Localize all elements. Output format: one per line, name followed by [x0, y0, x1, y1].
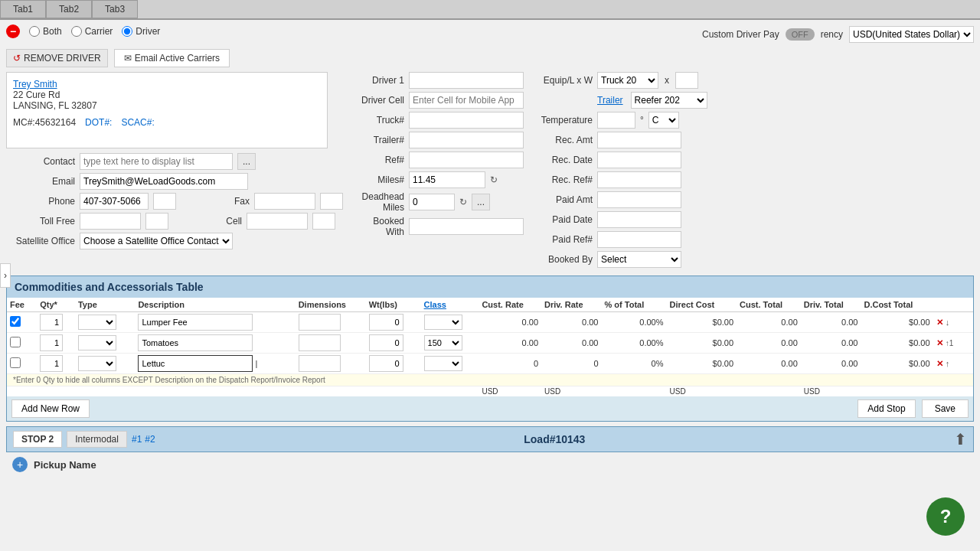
- contact-label: Contact: [6, 156, 75, 167]
- phone-input[interactable]: [80, 193, 149, 210]
- paid-ref-input[interactable]: [597, 231, 681, 248]
- rec-ref-input[interactable]: [597, 171, 681, 188]
- row1-type-select[interactable]: [78, 315, 116, 330]
- row2-qty-input[interactable]: [40, 334, 63, 351]
- add-new-row-button[interactable]: Add New Row: [11, 399, 90, 418]
- temp-unit-select[interactable]: C F: [648, 112, 679, 129]
- temp-input[interactable]: [597, 112, 635, 129]
- equip-width-input[interactable]: [675, 72, 698, 89]
- up-arrow-icon[interactable]: ⬆: [954, 430, 967, 448]
- trailer-select[interactable]: Reefer 202: [631, 92, 707, 109]
- sidebar-toggle[interactable]: ›: [0, 263, 11, 288]
- row2-up-arrow-icon[interactable]: ↑1: [946, 339, 954, 347]
- booked-by-label: Booked By: [531, 254, 593, 265]
- stop-2-tab[interactable]: STOP 2: [13, 431, 62, 448]
- satellite-select[interactable]: Choose a Satellite Office Contact: [80, 233, 233, 249]
- row2-fee-checkbox[interactable]: [10, 337, 21, 347]
- col-cust-rate: Cust. Rate: [479, 298, 541, 312]
- toggle-off[interactable]: OFF: [786, 28, 815, 41]
- deadhead-input[interactable]: [409, 194, 455, 210]
- driver-scac-link[interactable]: SCAC#:: [121, 117, 154, 128]
- contact-input[interactable]: [80, 153, 233, 170]
- trailer-label: Trailer#: [335, 135, 404, 145]
- driv-total-currency: USD: [801, 386, 861, 397]
- stop-link-1[interactable]: #1: [132, 434, 142, 445]
- driver-cell-input[interactable]: [409, 92, 524, 109]
- row2-type-select[interactable]: [78, 335, 116, 350]
- col-type: Type: [75, 298, 135, 312]
- cell-ext-input[interactable]: [312, 213, 335, 230]
- rec-date-input[interactable]: [597, 152, 681, 168]
- row2-desc-input[interactable]: [138, 334, 253, 351]
- equip-select[interactable]: Truck 20: [597, 72, 658, 89]
- fax-input[interactable]: [254, 193, 315, 210]
- add-stop-button[interactable]: Add Stop: [858, 399, 915, 418]
- row3-desc-input[interactable]: [138, 355, 253, 372]
- ref-label: Ref#: [335, 155, 404, 165]
- driver1-input[interactable]: [409, 72, 524, 89]
- row2-wt-input[interactable]: [369, 334, 403, 351]
- row1-wt-input[interactable]: [369, 314, 403, 331]
- truck-input[interactable]: [409, 112, 524, 129]
- row3-qty-input[interactable]: [40, 355, 63, 372]
- row1-desc-input[interactable]: [138, 314, 253, 331]
- plus-circle-icon[interactable]: +: [12, 457, 28, 472]
- row1-fee-checkbox[interactable]: [10, 316, 21, 327]
- tab-2[interactable]: Tab2: [46, 0, 92, 18]
- row2-dim-input[interactable]: [299, 334, 341, 351]
- booked-with-input[interactable]: [409, 218, 524, 235]
- remove-driver-button[interactable]: ↺ REMOVE DRIVER: [6, 49, 108, 67]
- tollfree-ext-input[interactable]: [145, 213, 168, 230]
- driver-dot-link[interactable]: DOT#:: [85, 117, 112, 128]
- row1-dim-input[interactable]: [299, 314, 341, 331]
- booked-by-select[interactable]: Select: [597, 251, 681, 268]
- row3-class-select[interactable]: [424, 356, 462, 371]
- currency-select[interactable]: USD(United States Dollar): [849, 26, 974, 43]
- stop-link-2[interactable]: #2: [145, 434, 155, 445]
- miles-refresh-icon[interactable]: ↻: [490, 174, 498, 185]
- email-active-carriers-button[interactable]: ✉ Email Active Carriers: [114, 49, 230, 67]
- row2-class-select[interactable]: 150: [424, 335, 462, 350]
- row3-up-arrow-icon[interactable]: ↑: [946, 359, 950, 368]
- paid-date-input[interactable]: [597, 211, 681, 228]
- trailer-number-input[interactable]: [409, 132, 524, 148]
- row1-qty-input[interactable]: [40, 314, 63, 331]
- col-class[interactable]: Class: [421, 298, 479, 312]
- row3-pct: 0%: [605, 359, 664, 368]
- intermodal-tab[interactable]: Intermodal: [67, 431, 127, 448]
- row1-down-arrow-icon[interactable]: ↓: [946, 318, 950, 327]
- tab-1[interactable]: Tab1: [0, 0, 46, 18]
- cell-input[interactable]: [247, 213, 308, 230]
- tollfree-input[interactable]: [80, 213, 141, 230]
- deadhead-refresh-icon[interactable]: ↻: [459, 197, 467, 207]
- paid-amt-input[interactable]: [597, 191, 681, 208]
- deadhead-ellipsis-button[interactable]: ...: [472, 194, 490, 210]
- row3-dim-input[interactable]: [299, 355, 341, 372]
- driver-mc: MC#:45632164: [13, 117, 76, 128]
- equip-label: Equip/L x W: [531, 75, 593, 86]
- table-row: | 0 0 0% $0.00 0.00 0.00 $0.00: [7, 354, 973, 374]
- row1-class-select[interactable]: [424, 315, 462, 330]
- rec-amt-input[interactable]: [597, 132, 681, 148]
- truck-label: Truck#: [335, 115, 404, 126]
- row3-delete-icon[interactable]: ✕: [936, 359, 943, 368]
- row2-delete-icon[interactable]: ✕: [936, 338, 943, 347]
- col-dim: Dimensions: [296, 298, 366, 312]
- radio-carrier[interactable]: Carrier: [71, 26, 113, 37]
- phone-ext-input[interactable]: [153, 193, 176, 210]
- save-button[interactable]: Save: [922, 399, 969, 418]
- row3-type-select[interactable]: [78, 356, 116, 371]
- row1-delete-icon[interactable]: ✕: [936, 318, 943, 327]
- ref-input[interactable]: [409, 152, 524, 168]
- trailer-link[interactable]: Trailer: [597, 95, 623, 106]
- contact-ellipsis-button[interactable]: ...: [237, 153, 256, 170]
- driver-name-link[interactable]: Trey Smith: [13, 79, 57, 90]
- radio-driver[interactable]: Driver: [122, 26, 160, 37]
- tab-3[interactable]: Tab3: [92, 0, 138, 18]
- email-input[interactable]: [80, 173, 248, 190]
- minus-button[interactable]: −: [6, 24, 20, 38]
- radio-both[interactable]: Both: [29, 26, 62, 37]
- row3-fee-checkbox[interactable]: [10, 357, 21, 368]
- miles-input[interactable]: [409, 171, 485, 188]
- row3-wt-input[interactable]: [369, 355, 403, 372]
